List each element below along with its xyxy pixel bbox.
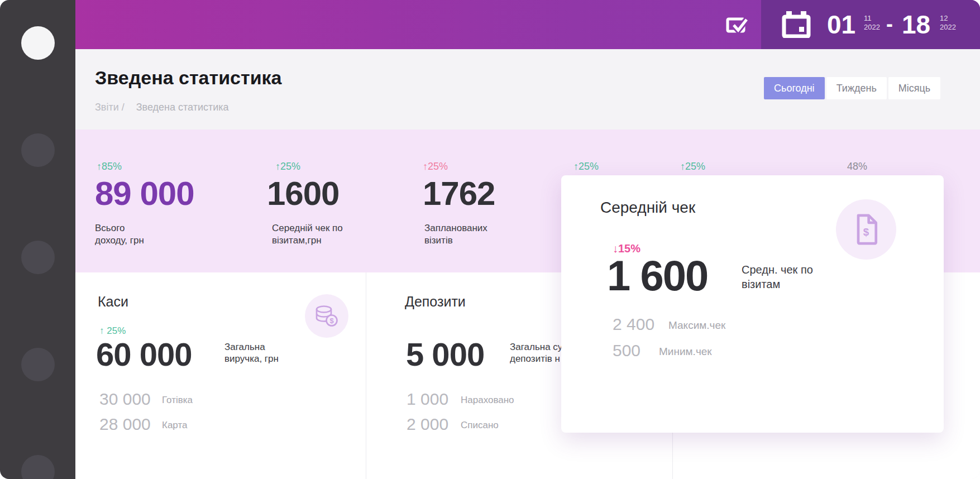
checkbox-check-icon[interactable] [726, 16, 748, 34]
svg-text:$: $ [329, 317, 334, 325]
stat-percent-6: 48% [847, 161, 867, 173]
svg-text:$: $ [863, 226, 869, 238]
app-window: 01 11 2022 - 18 12 2022 Зведена статисти… [0, 0, 980, 479]
deposits-value-label: Загальна су депозитів н [510, 341, 563, 365]
date-start-year: 2022 [864, 23, 880, 31]
date-range-picker[interactable]: 01 11 2022 - 18 12 2022 [761, 0, 980, 49]
date-dash: - [886, 12, 893, 36]
stat-value-planned-visits: 1762 [423, 174, 495, 213]
stat-percent-1: ↑85% [97, 161, 122, 173]
tab-week[interactable]: Тиждень [826, 77, 887, 99]
avg-check-max-value: 2 400 [613, 315, 654, 334]
deposits-row-written-off-label: Списано [461, 420, 499, 431]
sidebar-item-2[interactable] [21, 241, 55, 274]
kasy-row-cash-label: Готівка [162, 395, 193, 406]
kasy-percent: ↑ 25% [99, 325, 126, 337]
stat-value-avg-check: 1600 [267, 174, 339, 213]
sidebar-item-1[interactable] [21, 133, 55, 167]
avg-check-value: 1 600 [607, 251, 707, 300]
stat-percent-4: ↑25% [573, 161, 599, 173]
stat-percent-3: ↑25% [423, 161, 448, 173]
kasy-row-card-value: 28 000 [99, 415, 151, 434]
avg-check-min-value: 500 [613, 341, 640, 360]
document-dollar-icon: $ [836, 199, 896, 260]
page-title: Зведена статистика [95, 67, 281, 89]
avatar[interactable] [21, 26, 55, 60]
deposits-row-accrued-label: Нараховано [461, 395, 514, 406]
kasy-row-card-label: Карта [162, 420, 188, 431]
deposits-row-written-off-value: 2 000 [407, 415, 448, 434]
avg-check-min-label: Миним.чек [659, 346, 712, 358]
calendar-icon [782, 11, 811, 38]
deposits-value: 5 000 [406, 336, 484, 373]
stat-value-total-income: 89 000 [95, 174, 194, 213]
breadcrumb-parent[interactable]: Звіти / [95, 102, 125, 113]
sidebar-item-4[interactable] [21, 455, 55, 479]
stat-label-planned-visits: Запланованих візитів [424, 222, 487, 247]
avg-check-max-label: Максим.чек [668, 319, 725, 332]
column-divider-1 [366, 272, 366, 479]
deposits-row-accrued-value: 1 000 [407, 390, 448, 409]
date-start-month: 11 [864, 14, 872, 22]
date-start-day: 01 [827, 10, 855, 39]
kasy-card-title: Каси [98, 294, 128, 310]
coins-icon: $ [305, 294, 348, 338]
breadcrumb-current: Зведена статистика [136, 102, 229, 113]
sidebar-item-3[interactable] [21, 348, 55, 381]
tab-month[interactable]: Місяць [888, 77, 940, 99]
stat-label-avg-check: Середній чек по візитам,грн [272, 222, 343, 247]
tab-today[interactable]: Сьогодні [764, 77, 825, 99]
stat-percent-5: ↑25% [680, 161, 705, 173]
kasy-value: 60 000 [96, 336, 192, 373]
stat-label-total-income: Всього доходу, грн [95, 222, 144, 247]
date-end-day: 18 [902, 10, 930, 39]
avg-check-value-label: Средн. чек по візитам [742, 262, 813, 291]
kasy-row-cash-value: 30 000 [99, 390, 151, 409]
breadcrumb: Звіти / Зведена статистика [95, 102, 229, 113]
sidebar [0, 0, 75, 479]
avg-check-title: Середній чек [600, 199, 695, 217]
deposits-card-title: Депозити [405, 294, 466, 310]
date-end-year: 2022 [940, 23, 956, 31]
avg-check-card: Середній чек $ ↓15% 1 600 Средн. чек по … [561, 175, 944, 433]
date-end-month: 12 [940, 14, 948, 22]
period-tabs: Сьогодні Тиждень Місяць [764, 77, 940, 99]
stat-percent-2: ↑25% [275, 161, 300, 173]
kasy-value-label: Загальна виручка, грн [224, 341, 279, 365]
